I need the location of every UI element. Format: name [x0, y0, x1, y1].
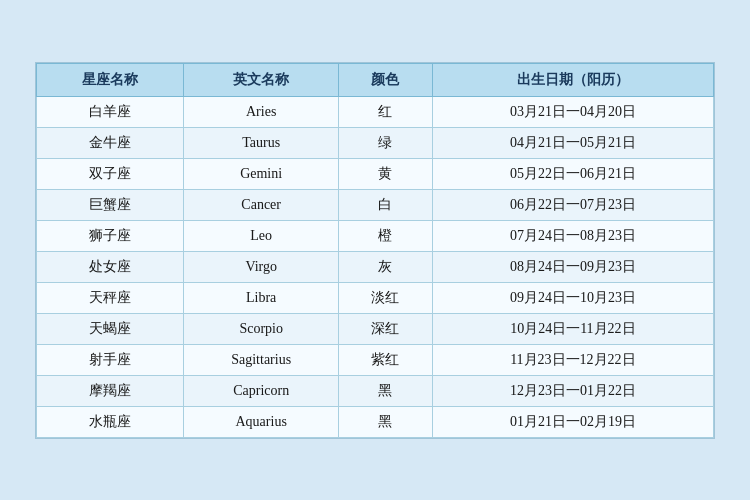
table-row: 天秤座Libra淡红09月24日一10月23日: [37, 282, 714, 313]
table-row: 巨蟹座Cancer白06月22日一07月23日: [37, 189, 714, 220]
cell-dates: 08月24日一09月23日: [432, 251, 713, 282]
cell-color: 橙: [339, 220, 433, 251]
table-row: 狮子座Leo橙07月24日一08月23日: [37, 220, 714, 251]
cell-chinese-name: 金牛座: [37, 127, 184, 158]
cell-chinese-name: 摩羯座: [37, 375, 184, 406]
cell-english-name: Aries: [184, 96, 339, 127]
cell-color: 淡红: [339, 282, 433, 313]
cell-dates: 12月23日一01月22日: [432, 375, 713, 406]
cell-english-name: Scorpio: [184, 313, 339, 344]
cell-chinese-name: 狮子座: [37, 220, 184, 251]
cell-english-name: Gemini: [184, 158, 339, 189]
cell-english-name: Aquarius: [184, 406, 339, 437]
header-chinese-name: 星座名称: [37, 63, 184, 96]
cell-dates: 05月22日一06月21日: [432, 158, 713, 189]
cell-chinese-name: 天秤座: [37, 282, 184, 313]
table-row: 双子座Gemini黄05月22日一06月21日: [37, 158, 714, 189]
cell-chinese-name: 巨蟹座: [37, 189, 184, 220]
cell-english-name: Taurus: [184, 127, 339, 158]
header-english-name: 英文名称: [184, 63, 339, 96]
cell-dates: 04月21日一05月21日: [432, 127, 713, 158]
cell-english-name: Virgo: [184, 251, 339, 282]
cell-color: 白: [339, 189, 433, 220]
table-row: 水瓶座Aquarius黑01月21日一02月19日: [37, 406, 714, 437]
table-row: 金牛座Taurus绿04月21日一05月21日: [37, 127, 714, 158]
cell-dates: 06月22日一07月23日: [432, 189, 713, 220]
cell-dates: 11月23日一12月22日: [432, 344, 713, 375]
cell-chinese-name: 水瓶座: [37, 406, 184, 437]
cell-color: 紫红: [339, 344, 433, 375]
cell-chinese-name: 双子座: [37, 158, 184, 189]
cell-color: 黑: [339, 375, 433, 406]
cell-color: 黄: [339, 158, 433, 189]
cell-english-name: Cancer: [184, 189, 339, 220]
header-color: 颜色: [339, 63, 433, 96]
cell-color: 绿: [339, 127, 433, 158]
table-row: 处女座Virgo灰08月24日一09月23日: [37, 251, 714, 282]
cell-english-name: Capricorn: [184, 375, 339, 406]
table-row: 天蝎座Scorpio深红10月24日一11月22日: [37, 313, 714, 344]
cell-chinese-name: 射手座: [37, 344, 184, 375]
zodiac-table-container: 星座名称 英文名称 颜色 出生日期（阳历） 白羊座Aries红03月21日一04…: [35, 62, 715, 439]
cell-dates: 07月24日一08月23日: [432, 220, 713, 251]
table-row: 白羊座Aries红03月21日一04月20日: [37, 96, 714, 127]
cell-dates: 09月24日一10月23日: [432, 282, 713, 313]
cell-english-name: Libra: [184, 282, 339, 313]
cell-english-name: Leo: [184, 220, 339, 251]
cell-dates: 10月24日一11月22日: [432, 313, 713, 344]
header-dates: 出生日期（阳历）: [432, 63, 713, 96]
table-row: 射手座Sagittarius紫红11月23日一12月22日: [37, 344, 714, 375]
zodiac-table: 星座名称 英文名称 颜色 出生日期（阳历） 白羊座Aries红03月21日一04…: [36, 63, 714, 438]
cell-dates: 03月21日一04月20日: [432, 96, 713, 127]
cell-chinese-name: 天蝎座: [37, 313, 184, 344]
cell-english-name: Sagittarius: [184, 344, 339, 375]
cell-dates: 01月21日一02月19日: [432, 406, 713, 437]
table-header-row: 星座名称 英文名称 颜色 出生日期（阳历）: [37, 63, 714, 96]
cell-color: 黑: [339, 406, 433, 437]
cell-chinese-name: 处女座: [37, 251, 184, 282]
cell-color: 红: [339, 96, 433, 127]
cell-color: 深红: [339, 313, 433, 344]
table-row: 摩羯座Capricorn黑12月23日一01月22日: [37, 375, 714, 406]
cell-color: 灰: [339, 251, 433, 282]
cell-chinese-name: 白羊座: [37, 96, 184, 127]
